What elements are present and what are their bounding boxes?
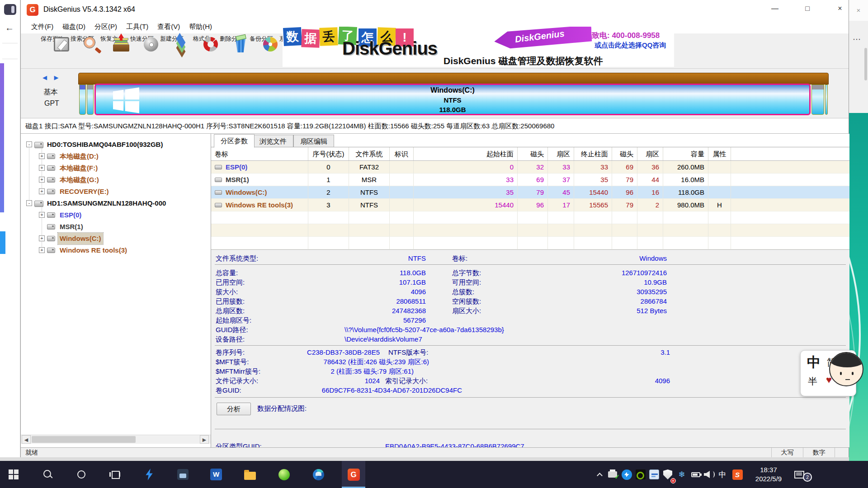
caps-indicator: 大写 <box>771 448 803 457</box>
table-row-esp[interactable]: ESP(0) 0 FAT32 0 32 33 33 69 36 260.0MB <box>211 161 849 174</box>
new-partition-button[interactable]: 新建分区 <box>157 34 187 68</box>
tray-expand-button[interactable] <box>592 461 607 488</box>
menu-tools[interactable]: 工具(T) <box>122 21 153 33</box>
tree-item-windows-c[interactable]: + Windows(C:) <box>21 233 211 244</box>
tree-item-local-g[interactable]: + 本地磁盘(G:) <box>21 174 211 186</box>
tree-item-windows-re[interactable]: + Windows RE tools(3) <box>21 244 211 256</box>
table-row-windows-c-selected[interactable]: Windows(C:) 2 NTFS 35 79 45 15440 96 16 … <box>211 186 849 199</box>
detail-row: $MFT簇号:786432 (柱面:426 磁头:239 扇区:6) <box>211 357 849 366</box>
pinned-app-1[interactable] <box>137 461 161 488</box>
divider <box>2 59 18 59</box>
close-button[interactable]: × <box>830 0 850 17</box>
expander-icon[interactable]: + <box>39 212 45 218</box>
tree-item-hd1[interactable]: - HD1:SAMSUNGMZNLN128HAHQ-000 <box>21 197 211 209</box>
expander-icon[interactable]: - <box>26 141 32 147</box>
tree-item-hd0[interactable]: - HD0:TOSHIBAMQ04ABF100(932GB) <box>21 139 211 150</box>
tree-item-local-f[interactable]: + 本地磁盘(F:) <box>21 162 211 174</box>
menu-view[interactable]: 查看(V) <box>153 21 184 33</box>
background-close-icon: × <box>849 0 868 21</box>
scrollbar-thumb[interactable] <box>32 436 136 443</box>
expander-icon[interactable]: + <box>39 165 45 171</box>
intel-graphics-icon <box>649 469 659 479</box>
tray-ime-mode[interactable]: 中 <box>715 461 730 488</box>
browser-app-button[interactable] <box>272 461 296 488</box>
esp-partition-block[interactable] <box>79 84 86 115</box>
tray-nvidia[interactable] <box>633 461 648 488</box>
scrollbar-thumb[interactable] <box>864 48 867 80</box>
minimize-button[interactable]: — <box>764 0 785 17</box>
expander-icon[interactable]: + <box>39 153 45 159</box>
tray-power[interactable] <box>689 461 703 488</box>
search-icon <box>43 469 53 479</box>
banner-qq-link[interactable]: 或点击此处选择QQ咨询 <box>594 41 666 50</box>
maximize-button[interactable]: □ <box>797 0 818 17</box>
file-explorer-button[interactable] <box>238 461 262 488</box>
ime-mascot-avatar[interactable] <box>829 352 863 386</box>
banner-tile: 丢 <box>319 27 338 46</box>
recover-files-button[interactable]: 恢复文件 <box>97 34 127 68</box>
tab-partition-params[interactable]: 分区参数 <box>214 134 255 148</box>
search-partition-button[interactable]: 搜索分区 <box>67 34 97 68</box>
windows-c-partition-block[interactable]: Windows(C:) NTFS 118.0GB <box>94 84 811 115</box>
expander-icon[interactable]: + <box>39 188 45 194</box>
tree-item-esp[interactable]: + ESP(0) <box>21 209 211 221</box>
tree-item-recovery-e[interactable]: + RECOVERY(E:) <box>21 186 211 197</box>
tray-defender[interactable]: × <box>660 461 675 488</box>
detail-row: 已用簇数:28068511 空闲簇数:2866784 <box>211 296 849 306</box>
task-view-button[interactable] <box>103 461 127 488</box>
ime-halfwidth[interactable]: 半 <box>808 375 817 388</box>
word-app-button[interactable]: W <box>204 461 228 488</box>
ad-banner[interactable]: 数 据 丢 了 怎 么 ! DiskGenius DiskGenius 磁盘管理… <box>283 27 674 67</box>
delete-partition-button[interactable]: 删除分区 <box>217 34 246 68</box>
pinned-app-2[interactable] <box>171 461 194 488</box>
menu-partition[interactable]: 分区(P) <box>90 21 122 33</box>
msr-partition-block[interactable] <box>87 84 94 115</box>
menu-disk[interactable]: 磁盘(D) <box>58 21 90 33</box>
detail-row: 总容量:118.0GB 总字节数:126710972416 <box>211 268 849 277</box>
menu-file[interactable]: 文件(F) <box>27 21 58 33</box>
table-row-windows-re[interactable]: Windows RE tools(3) 3 NTFS 15440 96 17 1… <box>211 199 849 211</box>
tray-messenger[interactable] <box>619 461 634 488</box>
scroll-left-arrow[interactable]: ◀ <box>22 435 31 444</box>
disk-nav-arrows[interactable]: ◀ ▶ <box>42 74 61 81</box>
partition-icon <box>47 248 55 253</box>
tab-browse-files[interactable]: 浏览文件 <box>253 135 293 147</box>
partition-scroll-nub[interactable] <box>825 84 828 115</box>
status-bar: 就绪 大写 数字 <box>21 447 849 457</box>
tray-volume[interactable] <box>702 461 717 488</box>
edge-button[interactable] <box>307 461 330 488</box>
tree-horizontal-scrollbar: ◀ ▶ <box>21 435 211 444</box>
taskbar-clock[interactable]: 18:37 2022/5/9 <box>747 465 790 483</box>
quick-partition-button[interactable]: 快速分区 <box>127 34 157 68</box>
taskbar-search-button[interactable] <box>36 461 60 488</box>
window-edge-strip <box>0 457 849 461</box>
expander-icon[interactable]: + <box>39 177 45 183</box>
save-changes-button[interactable]: 保存更改 <box>38 34 67 68</box>
banner-tile: 据 <box>301 29 320 47</box>
format-button[interactable]: 格式化 <box>187 34 217 68</box>
menu-help[interactable]: 帮助(H) <box>184 21 217 33</box>
expander-icon[interactable]: + <box>39 247 45 253</box>
analyze-button[interactable]: 分析 <box>217 403 251 415</box>
tree-item-msr[interactable]: MSR(1) <box>21 221 211 233</box>
expander-icon[interactable]: + <box>39 235 45 241</box>
expander-icon[interactable]: - <box>26 200 32 206</box>
tray-printer[interactable]: ✓ <box>605 461 620 488</box>
table-row-msr[interactable]: MSR(1) 1 MSR 33 69 37 35 79 44 16.0MB <box>211 174 849 186</box>
diskgenius-taskbar-button[interactable]: G <box>342 461 365 488</box>
tree-item-local-d[interactable]: + 本地磁盘(D:) <box>21 150 211 162</box>
tray-snowflake-app[interactable]: ❄ <box>675 461 689 488</box>
start-button[interactable] <box>2 461 25 488</box>
cortana-button[interactable] <box>70 461 93 488</box>
diskgenius-logo-icon: G <box>27 4 38 16</box>
back-arrow-icon[interactable]: ← <box>5 23 14 33</box>
sidebar-toggle-icon[interactable] <box>4 4 16 15</box>
tray-sogou[interactable]: S <box>730 461 745 488</box>
ime-mode-chinese[interactable]: 中 <box>807 353 821 372</box>
backup-partition-button[interactable]: 备份分区 <box>246 34 276 68</box>
tab-sector-edit[interactable]: 扇区编辑 <box>293 135 334 147</box>
scroll-right-arrow[interactable]: ▶ <box>200 435 209 444</box>
detail-row: 文件系统类型:NTFS 卷标:Windows <box>211 253 849 263</box>
tray-intel-graphics[interactable] <box>647 461 661 488</box>
re-tools-partition-block[interactable] <box>811 84 824 115</box>
